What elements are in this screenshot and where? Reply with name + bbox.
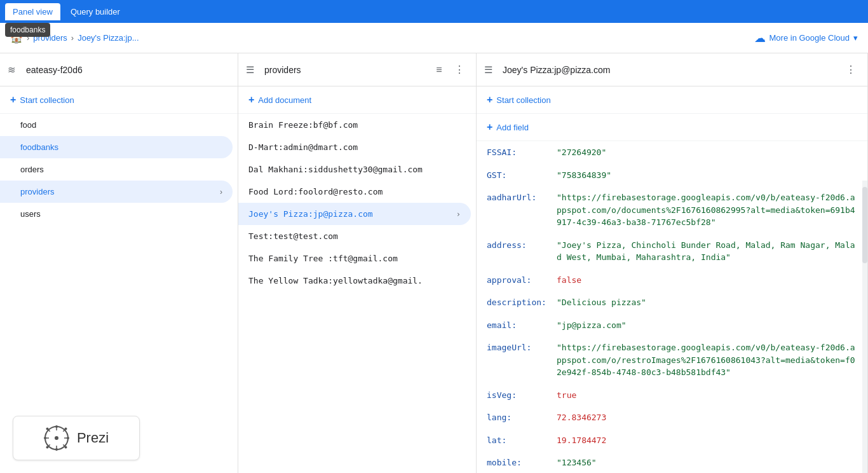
- collection-item-food[interactable]: food: [0, 114, 233, 136]
- right-start-collection-label: Start collection: [496, 95, 550, 105]
- right-panel: ☰ Joey's Pizza:jp@pizza.com ⋮ + Start co…: [477, 53, 868, 473]
- doc-yellow-tadka-label: The Yellow Tadka:yellowtadka@gmail.: [248, 276, 423, 285]
- middle-panel-header: ☰ providers ≡ ⋮: [238, 53, 476, 86]
- chevron-right-icon: ›: [220, 188, 222, 196]
- field-row-isveg[interactable]: isVeg: true: [477, 384, 867, 407]
- field-row-address[interactable]: address: "Joey's Pizza, Chincholi Bunder…: [477, 234, 867, 269]
- tab-panel-view[interactable]: Panel view: [5, 3, 60, 20]
- field-key-fssai: FSSAI:: [487, 146, 557, 159]
- right-start-collection-button[interactable]: + Start collection: [477, 86, 867, 114]
- collection-item-orders[interactable]: orders: [0, 158, 233, 181]
- more-in-google-cloud[interactable]: ☁ More in Google Cloud ▾: [754, 31, 858, 45]
- middle-panel-title: ☰ providers: [246, 64, 430, 76]
- field-value-gst: "758364839": [557, 169, 611, 182]
- field-row-email[interactable]: email: "jp@pizza.com": [477, 314, 867, 337]
- add-document-label: Add document: [258, 95, 311, 105]
- filter-icon[interactable]: ≡: [430, 61, 448, 79]
- field-value-aadharurl: "https://firebasestorage.googleapis.com/…: [557, 191, 857, 229]
- tab-query-builder[interactable]: Query builder: [63, 3, 128, 20]
- document-icon: ☰: [484, 64, 492, 76]
- doc-family-tree-label: The Family Tree :tft@gmail.com: [248, 254, 398, 263]
- plus-icon: +: [10, 94, 16, 106]
- collection-item-providers[interactable]: providers ›: [0, 181, 233, 203]
- svg-point-17: [46, 428, 48, 430]
- tooltip-foodbanks: foodbanks: [5, 23, 50, 37]
- prezi-wheel-icon: [44, 425, 69, 451]
- field-value-lat: 19.1784472: [557, 434, 606, 447]
- doc-item-test[interactable]: Test:test@test.com: [238, 225, 471, 247]
- field-value-email: "jp@pizza.com": [557, 319, 627, 332]
- field-key-imageurl: imageUrl:: [487, 341, 557, 354]
- doc-joeys-pizza-label: Joey's Pizza:jp@pizza.com: [248, 209, 373, 219]
- start-collection-label: Start collection: [20, 95, 74, 105]
- svg-point-16: [46, 446, 48, 449]
- svg-point-11: [67, 437, 69, 439]
- doc-item-dmart[interactable]: D-Mart:admin@dmart.com: [238, 136, 471, 158]
- plus-icon-right-field: +: [487, 121, 492, 133]
- plus-icon-right-collection: +: [487, 94, 492, 106]
- scrollbar-thumb[interactable]: [862, 187, 867, 263]
- svg-point-14: [64, 428, 67, 430]
- right-panel-header: ☰ Joey's Pizza:jp@pizza.com ⋮: [477, 53, 867, 86]
- field-row-approval[interactable]: approval: false: [477, 269, 867, 292]
- right-more-options-icon[interactable]: ⋮: [842, 61, 860, 79]
- doc-item-food-lord[interactable]: Food Lord:foolord@resto.com: [238, 181, 471, 203]
- doc-item-dal-makhani[interactable]: Dal Makhani:siddushetty30@gmail.com: [238, 158, 471, 181]
- middle-panel-actions: ≡ ⋮: [430, 61, 468, 79]
- middle-panel-body: + Add document Brain Freeze:bf@bf.com D-…: [238, 86, 476, 473]
- field-value-mobile: "123456": [557, 456, 597, 469]
- doc-item-family-tree[interactable]: The Family Tree :tft@gmail.com: [238, 247, 471, 270]
- collection-providers-label: providers: [20, 187, 54, 196]
- doc-item-joeys-pizza[interactable]: Joey's Pizza:jp@pizza.com ›: [238, 203, 471, 225]
- field-value-lang: 72.8346273: [557, 411, 606, 424]
- field-value-fssai: "27264920": [557, 146, 606, 159]
- right-panel-body: + Start collection + Add field FSSAI: "2…: [477, 86, 867, 473]
- add-document-button[interactable]: + Add document: [238, 86, 476, 114]
- left-panel: ≋ eateasy-f20d6 + Start collection food …: [0, 53, 238, 473]
- left-panel-header: ≋ eateasy-f20d6: [0, 53, 238, 86]
- field-row-description[interactable]: description: "Delicious pizzas": [477, 291, 867, 314]
- field-row-lang[interactable]: lang: 72.8346273: [477, 406, 867, 429]
- database-name: eateasy-f20d6: [26, 65, 83, 75]
- field-row-lat[interactable]: lat: 19.1784472: [477, 429, 867, 452]
- field-key-lang: lang:: [487, 411, 557, 424]
- plus-icon-middle: +: [248, 94, 254, 106]
- breadcrumb-sep-2: ›: [71, 33, 74, 43]
- collection-item-users[interactable]: users: [0, 203, 233, 225]
- field-key-gst: GST:: [487, 169, 557, 182]
- doc-arrow-icon: ›: [456, 210, 461, 219]
- add-field-label: Add field: [496, 123, 529, 132]
- more-google-cloud-label: More in Google Cloud: [770, 33, 850, 43]
- tab-bar: Panel view Query builder foodbanks: [0, 0, 868, 23]
- start-collection-button[interactable]: + Start collection: [0, 86, 238, 114]
- field-value-isveg: true: [557, 389, 576, 402]
- doc-item-brain-freeze[interactable]: Brain Freeze:bf@bf.com: [238, 114, 471, 136]
- cloud-icon: ☁: [754, 31, 766, 45]
- field-row-fssai[interactable]: FSSAI: "27264920": [477, 141, 867, 164]
- collection-orders-label: orders: [20, 165, 44, 174]
- collection-foodbanks-label: foodbanks: [20, 142, 58, 152]
- collection-icon: ☰: [246, 64, 254, 76]
- document-name: Joey's Pizza:jp@pizza.com: [503, 65, 610, 75]
- more-options-icon[interactable]: ⋮: [451, 61, 468, 79]
- prezi-text: Prezi: [77, 430, 109, 446]
- svg-point-10: [55, 425, 58, 428]
- field-key-lat: lat:: [487, 434, 557, 447]
- svg-point-12: [55, 448, 58, 451]
- field-key-address: address:: [487, 239, 557, 252]
- field-row-mobile[interactable]: mobile: "123456": [477, 451, 867, 473]
- field-row-aadharurl[interactable]: aadharUrl: "https://firebasestorage.goog…: [477, 186, 867, 234]
- field-row-imageurl[interactable]: imageUrl: "https://firebasestorage.googl…: [477, 336, 867, 384]
- field-key-mobile: mobile:: [487, 456, 557, 469]
- doc-dmart-label: D-Mart:admin@dmart.com: [248, 142, 358, 152]
- scrollbar-track[interactable]: [862, 181, 867, 473]
- add-field-button[interactable]: + Add field: [477, 114, 867, 141]
- svg-point-15: [64, 446, 67, 449]
- field-row-gst[interactable]: GST: "758364839": [477, 164, 867, 187]
- collection-item-foodbanks[interactable]: foodbanks: [0, 136, 233, 158]
- prezi-logo: Prezi: [13, 416, 140, 460]
- doc-item-yellow-tadka[interactable]: The Yellow Tadka:yellowtadka@gmail.: [238, 270, 471, 292]
- middle-panel: ☰ providers ≡ ⋮ + Add document Brain Fre…: [238, 53, 477, 473]
- right-panel-actions: ⋮: [842, 61, 860, 79]
- right-panel-title: ☰ Joey's Pizza:jp@pizza.com: [484, 64, 842, 76]
